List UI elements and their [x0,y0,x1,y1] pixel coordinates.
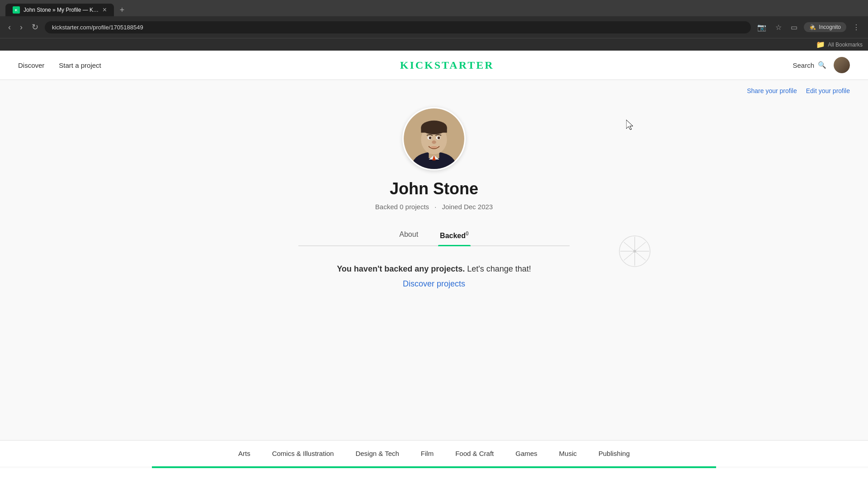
backed-content: You haven't backed any projects. Let's c… [319,246,549,307]
profile-avatar [402,107,466,170]
footer-category-games[interactable]: Games [515,450,537,457]
browser-tab[interactable]: K John Stone » My Profile — Kick × [5,4,114,16]
new-tab-button[interactable]: + [116,4,128,16]
nav-discover[interactable]: Discover [18,61,44,69]
edit-profile-link[interactable]: Edit your profile [806,87,850,94]
nav-start-project[interactable]: Start a project [59,61,101,69]
site-header: Discover Start a project KICKSTARTER Sea… [0,51,868,80]
bookmarks-folder-icon: 📁 [813,38,828,51]
tab-favicon: K [13,6,20,14]
bookmark-star-icon[interactable]: ☆ [773,21,784,33]
svg-point-10 [429,136,432,139]
share-profile-link[interactable]: Share your profile [747,87,797,94]
discover-projects-link[interactable]: Discover projects [403,279,465,288]
empty-state-message: You haven't backed any projects. Let's c… [337,264,531,274]
svg-rect-7 [421,127,447,132]
profile-name: John Stone [390,179,478,198]
footer-category-arts[interactable]: Arts [238,450,250,457]
search-button[interactable]: Search 🔍 [793,61,826,69]
address-bar[interactable]: kickstarter.com/profile/1705188549 [45,21,751,33]
svg-point-12 [432,141,436,144]
user-avatar[interactable] [834,57,850,73]
footer-category-film[interactable]: Film [421,450,434,457]
svg-line-19 [624,251,635,260]
meta-separator: · [434,203,436,211]
joined-date: Joined Dec 2023 [442,203,493,211]
page-content: Discover Start a project KICKSTARTER Sea… [0,51,868,468]
svg-line-15 [635,242,646,251]
forward-button[interactable]: › [17,21,25,34]
menu-icon[interactable]: ⋮ [850,21,863,33]
profile-meta: Backed 0 projects · Joined Dec 2023 [375,203,493,211]
kickstarter-logo[interactable]: KICKSTARTER [400,59,494,71]
backed-tab-badge: 0 [466,230,469,237]
profile-actions: Share your profile Edit your profile [0,80,868,98]
backed-count: Backed 0 projects [375,203,429,211]
footer-category-design---tech[interactable]: Design & Tech [355,450,399,457]
footer-section: ArtsComics & IllustrationDesign & TechFi… [0,440,868,468]
footer-category-music[interactable]: Music [559,450,577,457]
back-button[interactable]: ‹ [5,21,14,34]
footer-progress-bar [152,466,716,468]
avatar-image [834,57,850,73]
search-label: Search [793,61,814,69]
footer-category-publishing[interactable]: Publishing [599,450,630,457]
incognito-icon: 🕵 [809,24,816,30]
footer-categories: ArtsComics & IllustrationDesign & TechFi… [0,440,868,466]
tab-close-button[interactable]: × [103,6,107,14]
spinner-decoration [618,235,651,269]
incognito-label: Incognito [819,24,841,30]
footer-category-food---craft[interactable]: Food & Craft [455,450,494,457]
profile-main: John Stone Backed 0 projects · Joined De… [0,98,868,325]
svg-line-21 [624,242,635,251]
svg-point-22 [633,250,636,253]
footer-category-comics---illustration[interactable]: Comics & Illustration [272,450,334,457]
profile-tabs: About Backed0 [298,225,570,246]
device-icon[interactable]: ▭ [788,21,800,33]
reload-button[interactable]: ↻ [29,20,41,34]
incognito-button[interactable]: 🕵 Incognito [804,22,846,32]
camera-icon[interactable]: 📷 [755,21,769,33]
tab-about[interactable]: About [397,225,420,245]
svg-point-11 [438,136,440,139]
url-text: kickstarter.com/profile/1705188549 [52,24,143,31]
bookmarks-label: All Bookmarks [828,42,863,48]
backed-tab-label: Backed [440,232,466,239]
tab-backed[interactable]: Backed0 [438,225,471,245]
search-icon: 🔍 [818,61,826,69]
svg-line-17 [635,251,646,260]
tab-title: John Stone » My Profile — Kick [24,7,99,13]
